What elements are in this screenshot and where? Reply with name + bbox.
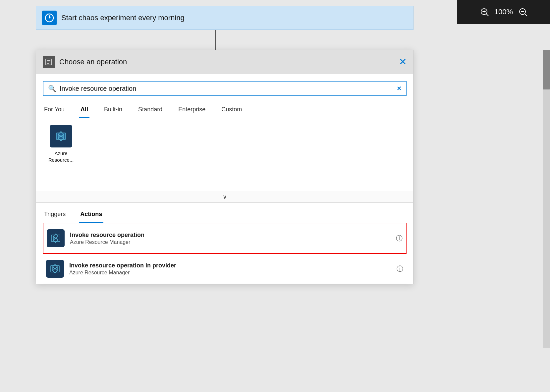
action-item-invoke-resource[interactable]: Invoke resource operation Azure Resource… <box>43 223 407 254</box>
search-box: 🔍 × <box>43 81 407 96</box>
svg-line-9 <box>486 14 488 16</box>
tab-all[interactable]: All <box>79 103 89 118</box>
trigger-title: Start chaos experiment every morning <box>61 14 185 22</box>
sub-tab-actions[interactable]: Actions <box>79 208 103 223</box>
tab-custom[interactable]: Custom <box>220 103 243 118</box>
action-list: Invoke resource operation Azure Resource… <box>36 223 413 284</box>
zoom-out-button[interactable] <box>518 7 527 17</box>
action-sub-invoke-resource: Azure Resource Manager <box>70 239 391 245</box>
trigger-bar: Start chaos experiment every morning <box>36 6 413 30</box>
action-info-icon-invoke-resource-provider[interactable]: ⓘ <box>397 264 403 273</box>
dialog-header: Choose an operation ✕ <box>36 50 413 74</box>
tab-for-you[interactable]: For You <box>43 103 66 118</box>
tabs-container: For You All Built-in Standard Enterprise… <box>36 99 413 118</box>
trigger-icon <box>42 11 57 25</box>
azure-resource-grid-icon <box>50 125 72 147</box>
results-grid: Azure Resource... <box>36 118 413 191</box>
sub-tabs-container: Triggers Actions <box>36 203 413 223</box>
tab-enterprise[interactable]: Enterprise <box>177 103 207 118</box>
scrollbar-thumb[interactable] <box>543 50 550 89</box>
action-icon-invoke-resource <box>47 229 65 247</box>
action-name-invoke-resource: Invoke resource operation <box>70 232 391 239</box>
action-item-invoke-resource-provider[interactable]: Invoke resource operation in provider Az… <box>43 254 407 284</box>
action-sub-invoke-resource-provider: Azure Resource Manager <box>69 270 391 276</box>
zoom-percentage: 100% <box>494 8 513 16</box>
dialog-title: Choose an operation <box>59 58 394 66</box>
zoom-bar: 100% <box>457 0 550 24</box>
dialog-close-button[interactable]: ✕ <box>399 57 407 67</box>
zoom-in-button[interactable] <box>480 7 489 17</box>
action-icon-invoke-resource-provider <box>46 260 64 278</box>
tab-standard[interactable]: Standard <box>137 103 164 118</box>
search-input[interactable] <box>60 85 394 92</box>
svg-line-12 <box>525 14 527 16</box>
search-container: 🔍 × <box>36 74 413 99</box>
search-clear-button[interactable]: × <box>397 84 401 93</box>
chevron-down-icon: ∨ <box>223 193 227 200</box>
result-item-azure-resource[interactable]: Azure Resource... <box>43 125 79 188</box>
result-item-label: Azure Resource... <box>43 150 79 163</box>
choose-operation-dialog: Choose an operation ✕ 🔍 × For You All Bu… <box>36 50 413 284</box>
svg-rect-17 <box>56 133 66 140</box>
action-text-invoke-resource-provider: Invoke resource operation in provider Az… <box>69 262 391 276</box>
scrollbar-track[interactable] <box>543 50 550 348</box>
search-icon: 🔍 <box>48 84 56 92</box>
collapse-button[interactable]: ∨ <box>36 191 413 203</box>
sub-tab-triggers[interactable]: Triggers <box>43 208 67 223</box>
dialog-header-icon <box>43 56 55 68</box>
action-text-invoke-resource: Invoke resource operation Azure Resource… <box>70 232 391 245</box>
tab-built-in[interactable]: Built-in <box>103 103 124 118</box>
action-info-icon-invoke-resource[interactable]: ⓘ <box>396 234 403 243</box>
action-name-invoke-resource-provider: Invoke resource operation in provider <box>69 262 391 269</box>
